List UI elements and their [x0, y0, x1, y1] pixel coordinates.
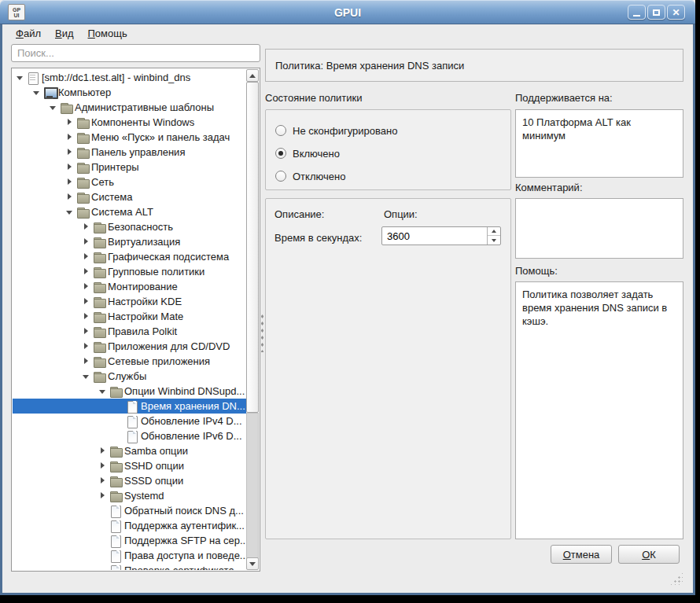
menu-item-file[interactable]: Файл — [9, 26, 48, 42]
scroll-thumb[interactable] — [246, 82, 259, 413]
spin-up-button[interactable] — [488, 227, 500, 236]
expander-icon[interactable] — [64, 176, 76, 189]
radio-input[interactable] — [275, 171, 286, 182]
spin-down-button[interactable] — [488, 236, 500, 245]
folder-icon — [93, 236, 105, 248]
tree-row[interactable]: SSSD опции — [13, 473, 246, 488]
tree-row[interactable]: Samba опции — [13, 443, 246, 458]
radio-input[interactable] — [275, 148, 286, 159]
comment-box[interactable] — [515, 198, 683, 259]
tree-row[interactable]: SSHD опции — [13, 458, 246, 473]
tree-row[interactable]: Меню «Пуск» и панель задач — [13, 130, 246, 145]
size-grip[interactable] — [669, 572, 683, 585]
tree-row[interactable]: Время хранения DN... — [13, 399, 246, 414]
expander-icon[interactable] — [80, 221, 93, 233]
tree-row[interactable]: Службы — [13, 369, 246, 384]
tree-row[interactable]: Монтирование — [13, 279, 246, 294]
scroll-track[interactable] — [246, 413, 259, 559]
expander-icon[interactable] — [97, 490, 109, 502]
folder-icon — [93, 370, 105, 383]
tree-row[interactable]: Административные шаблоны — [13, 100, 246, 115]
expander-icon[interactable] — [80, 355, 93, 368]
expander-icon[interactable] — [64, 206, 76, 219]
ok-button[interactable]: ОК — [618, 545, 680, 564]
expander-icon[interactable] — [97, 460, 109, 472]
tree-row[interactable]: Опции Winbind DNSupd... — [13, 384, 246, 399]
expander-icon[interactable] — [64, 161, 76, 174]
expander-icon[interactable] — [64, 146, 76, 159]
expander-icon[interactable] — [80, 296, 93, 308]
tree-row[interactable]: Права доступа и поведе... — [13, 548, 246, 563]
window-frame-bottom — [0, 593, 695, 595]
tree-row-label: Безопасность — [105, 221, 173, 233]
expander-icon[interactable] — [80, 251, 93, 263]
tree-row[interactable]: Принтеры — [13, 160, 246, 175]
tree-row[interactable]: Система ALT — [13, 204, 246, 219]
tree-row[interactable]: Обратный поиск DNS д... — [13, 503, 246, 518]
expander-icon[interactable] — [64, 116, 76, 129]
cancel-button[interactable]: Отмена — [551, 545, 612, 564]
minimize-button[interactable] — [628, 5, 646, 20]
menu-item-view[interactable]: Вид — [48, 26, 81, 42]
tree-row[interactable]: Обновление IPv6 D... — [13, 428, 246, 443]
tree-row[interactable]: Обновление IPv4 D... — [13, 414, 246, 428]
tree-row[interactable]: Правила Polkit — [13, 324, 246, 339]
tree-row[interactable]: Поддержка аутентифик... — [13, 518, 246, 533]
tree-row[interactable]: Сеть — [13, 175, 246, 189]
expander-icon[interactable] — [97, 475, 109, 487]
expander-icon[interactable] — [80, 236, 93, 248]
search-input[interactable] — [11, 44, 260, 62]
panel-splitter[interactable] — [260, 313, 264, 352]
tree-row[interactable]: [smb://dc1.test.alt] - winbind_dns — [13, 70, 246, 85]
radio-option[interactable]: Отключено — [275, 168, 510, 184]
tree-row[interactable]: Systemd — [13, 488, 246, 503]
tree-row[interactable]: Графическая подсистема — [13, 249, 246, 264]
folder-icon — [109, 460, 122, 472]
expander-icon[interactable] — [80, 325, 93, 338]
expander-icon[interactable] — [80, 340, 93, 353]
tree-row[interactable]: Проверка сертификата — [13, 563, 246, 570]
radio-option[interactable]: Включено — [275, 145, 510, 161]
tree-row[interactable]: Настройки KDE — [13, 294, 246, 309]
tree-row[interactable]: Групповые политики — [13, 264, 246, 279]
tree-row-label: Виртуализация — [105, 236, 180, 248]
menu-item-help[interactable]: Помощь — [81, 26, 134, 42]
tree-row-label: Приложения для CD/DVD — [105, 340, 230, 352]
radio-option[interactable]: Не сконфигурировано — [275, 123, 510, 138]
tree-row[interactable]: Компоненты Windows — [13, 115, 246, 130]
expander-icon[interactable] — [80, 370, 93, 383]
window-title: GPUI — [0, 0, 695, 24]
tree-row-label: Настройки KDE — [105, 296, 182, 307]
tree-row[interactable]: Поддержка SFTP на сер... — [13, 533, 246, 548]
expander-icon[interactable] — [80, 311, 93, 323]
expander-icon[interactable] — [47, 101, 60, 114]
state-group-box: Не сконфигурированоВключеноОтключено — [265, 109, 511, 190]
tree-row[interactable]: Приложения для CD/DVD — [13, 339, 246, 354]
seconds-input[interactable] — [382, 227, 487, 245]
expander-icon[interactable] — [14, 72, 27, 84]
expander-icon[interactable] — [31, 86, 43, 99]
expander-icon[interactable] — [64, 131, 76, 144]
expander-icon[interactable] — [97, 445, 109, 458]
titlebar[interactable]: GP UI GPUI ✕ — [0, 0, 695, 24]
scroll-down-button[interactable] — [246, 557, 259, 570]
radio-input[interactable] — [275, 125, 286, 136]
supported-on-label: Поддерживается на: — [515, 92, 613, 105]
tree-row[interactable]: Виртуализация — [13, 234, 246, 249]
close-button[interactable]: ✕ — [667, 5, 685, 20]
tree-row[interactable]: Безопасность — [13, 219, 246, 234]
tree-row[interactable]: Настройки Mate — [13, 309, 246, 324]
tree-row[interactable]: Панель управления — [13, 145, 246, 160]
options-label: Опции: — [384, 208, 418, 221]
expander-icon[interactable] — [64, 191, 76, 204]
tree-row[interactable]: Компьютер — [13, 85, 246, 100]
tree-row-label: Правила Polkit — [105, 325, 177, 337]
tree-row[interactable]: Система — [13, 189, 246, 204]
expander-icon[interactable] — [80, 281, 93, 293]
folder-icon — [76, 146, 89, 159]
expander-icon[interactable] — [80, 266, 93, 278]
tree-row[interactable]: Сетевые приложения — [13, 354, 246, 369]
expander-icon[interactable] — [97, 385, 109, 398]
scroll-up-button[interactable] — [246, 69, 259, 82]
maximize-button[interactable] — [647, 5, 665, 20]
